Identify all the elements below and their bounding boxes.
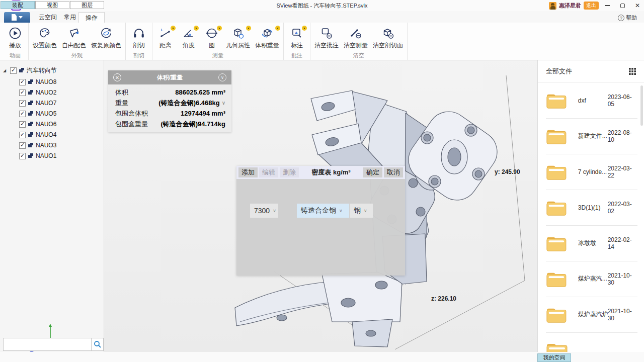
folder-icon: [546, 341, 568, 352]
delete-button[interactable]: 删除: [280, 167, 299, 177]
help-button[interactable]: ? 帮助: [618, 14, 637, 22]
ribbon-group-measure: L 距离 a 角度 圆: [152, 23, 284, 60]
folder-item-partial[interactable]: [538, 332, 644, 352]
group-label-appearance: 外观: [31, 52, 123, 60]
folder-item[interactable]: 煤炉蒸汽炉 2021-10-30: [538, 297, 644, 332]
checkbox[interactable]: [19, 100, 26, 107]
restore-color-button[interactable]: 恢复原颜色: [89, 26, 123, 51]
folder-item[interactable]: 7 cylinde... 2022-03-22: [538, 154, 644, 190]
free-color-button[interactable]: 自由配色: [60, 26, 88, 51]
ok-button[interactable]: 确定: [363, 167, 382, 177]
tree-expand-icon[interactable]: ◢: [3, 68, 8, 73]
logout-button[interactable]: 退出: [584, 2, 599, 10]
clear-measure-button[interactable]: 清空测量: [342, 26, 370, 51]
density-value-dropdown[interactable]: 7300 ∨: [250, 204, 278, 218]
maximize-button[interactable]: [619, 2, 626, 9]
group-label-measure: 测量: [154, 52, 281, 60]
search-icon: [94, 340, 102, 348]
folder-item[interactable]: dxf 2023-06-05: [538, 82, 644, 118]
tree-item[interactable]: NAUO6: [19, 119, 56, 129]
folder-item[interactable]: 煤炉蒸汽... 2021-10-30: [538, 261, 644, 297]
folder-icon: [546, 306, 567, 324]
part-icon: [28, 153, 34, 159]
part-icon: [28, 89, 34, 96]
clear-measure-icon: [349, 27, 362, 40]
clear-section-button[interactable]: 清空剖切面: [371, 26, 405, 51]
folder-item[interactable]: 3D(1)(1) 2022-03-02: [538, 190, 644, 225]
distance-button[interactable]: L 距离: [154, 26, 177, 51]
svg-text:a: a: [189, 33, 191, 36]
tree-item[interactable]: NAUO5: [19, 109, 56, 119]
density-table-dialog: 添加 编辑 删除 密度表 kg/m³ 确定 取消 7300 ∨ 铸造合金钢 ∨ …: [236, 166, 405, 276]
geometry-props-button[interactable]: 几何属性: [224, 26, 252, 51]
minimize-button[interactable]: [604, 2, 611, 9]
clear-annotation-icon: [320, 27, 333, 40]
grid-view-icon[interactable]: [629, 68, 636, 75]
dropdown-badge: [246, 26, 251, 31]
folder-icon: [546, 199, 567, 217]
cancel-button[interactable]: 取消: [384, 167, 403, 177]
collapse-chevron-icon[interactable]: ∨: [218, 73, 226, 81]
tab-operate[interactable]: 操作: [78, 12, 105, 23]
circle-measure-icon: [205, 27, 218, 40]
part-icon: [28, 142, 34, 148]
add-button[interactable]: 添加: [238, 167, 258, 177]
axis-label-z: z: 226.10: [431, 295, 456, 302]
3d-viewport[interactable]: y: 245.90 x: 233.36 z: 226.10: [104, 60, 537, 352]
checkbox[interactable]: [19, 132, 26, 138]
set-color-button[interactable]: 设置颜色: [31, 26, 59, 51]
tree-root-row[interactable]: ◢ 汽车转向节: [3, 65, 57, 75]
part-icon: [28, 79, 34, 85]
folder-item[interactable]: 新建文件... 2022-08-10: [538, 118, 644, 154]
play-icon: [9, 27, 22, 40]
angle-button[interactable]: a 角度: [178, 26, 200, 51]
folder-item[interactable]: 冰墩墩 2022-02-14: [538, 225, 644, 261]
tree-item[interactable]: NAUO1: [19, 151, 56, 161]
checkbox[interactable]: [19, 142, 26, 149]
volume-weight-icon: [261, 27, 274, 40]
ribbon-group-annotation: A 标注 批注: [284, 23, 310, 60]
annotate-button[interactable]: A 标注: [286, 26, 308, 51]
tree-root-label: 汽车转向节: [27, 66, 57, 75]
tab-my-space[interactable]: 我的空间: [537, 353, 571, 362]
volume-weight-button[interactable]: 体积重量: [253, 26, 281, 51]
tree-item[interactable]: NAUO8: [19, 77, 56, 87]
part-icon: [28, 111, 34, 117]
edit-button[interactable]: 编辑: [259, 167, 278, 177]
dialog-header: 添加 编辑 删除 密度表 kg/m³ 确定 取消: [236, 166, 405, 179]
tab-layers[interactable]: 图层: [70, 1, 104, 9]
material-dropdown[interactable]: 铸造合金钢 ∨: [297, 204, 349, 218]
material-dropdown-icon[interactable]: ∨: [222, 100, 225, 106]
close-button[interactable]: ✕: [634, 2, 641, 9]
tree-item[interactable]: NAUO4: [19, 130, 56, 140]
search-button[interactable]: [92, 338, 104, 351]
part-icon: [19, 67, 25, 73]
axis-label-y: y: 245.90: [495, 168, 520, 175]
group-label-annotation: 批注: [286, 52, 308, 60]
section-button[interactable]: 剖切: [128, 26, 150, 51]
checkbox[interactable]: [19, 153, 26, 159]
play-button[interactable]: 播放: [4, 26, 26, 51]
part-icon: [28, 100, 34, 106]
material-class-dropdown[interactable]: 钢 ∨: [350, 204, 373, 218]
tree-item[interactable]: NAUO7: [19, 98, 56, 108]
tab-views[interactable]: 视图: [35, 1, 69, 9]
user-avatar[interactable]: [549, 2, 556, 10]
checkbox[interactable]: [19, 111, 26, 117]
circle-button[interactable]: 圆: [201, 26, 223, 51]
checkbox[interactable]: [19, 89, 26, 96]
tree-item[interactable]: NAUO3: [19, 140, 56, 150]
tab-assembly[interactable]: 装配: [1, 1, 35, 9]
checkbox[interactable]: [19, 79, 26, 85]
close-icon[interactable]: ✕: [113, 73, 121, 81]
panel-header[interactable]: ✕ 体积/重量 ∨: [108, 70, 231, 84]
measure-row: 重量 (铸造合金钢)6.468kg ∨: [115, 98, 225, 108]
checkbox[interactable]: [10, 67, 17, 74]
checkbox[interactable]: [19, 121, 26, 128]
file-menu-button[interactable]: [4, 12, 30, 23]
svg-text:A: A: [295, 31, 298, 35]
tree-item[interactable]: NAUO2: [19, 87, 56, 98]
clear-annotation-button[interactable]: 清空批注: [312, 26, 341, 51]
tree-search-input[interactable]: [3, 338, 92, 351]
document-icon: [12, 14, 17, 21]
